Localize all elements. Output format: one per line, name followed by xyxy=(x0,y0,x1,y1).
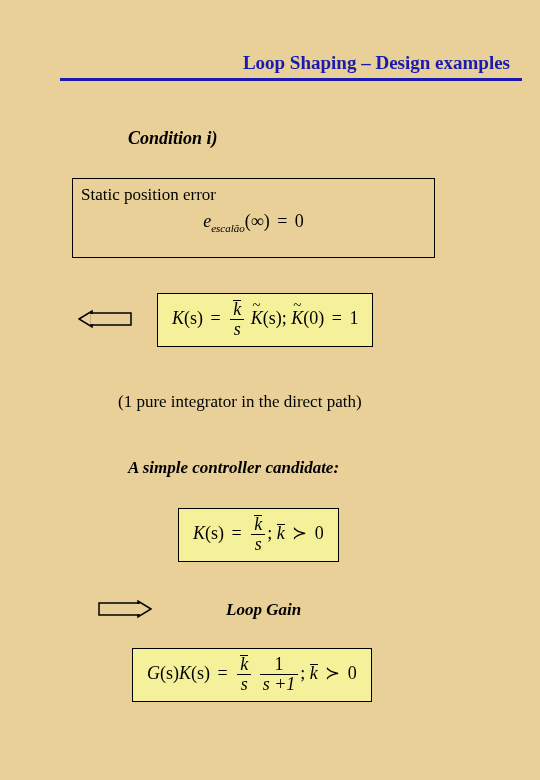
sym-e: e xyxy=(203,211,211,231)
candidate-heading: A simple controller candidate: xyxy=(128,458,339,478)
arg-s2: (s) xyxy=(263,308,282,328)
svg-rect-3 xyxy=(99,603,139,615)
ktilde1: K xyxy=(251,308,263,329)
svg-marker-1 xyxy=(79,311,92,327)
condition-heading: Condition i) xyxy=(128,128,218,149)
kbar-num3: k xyxy=(240,655,248,673)
arg-s1: (s) xyxy=(184,308,203,328)
integrator-note: (1 pure integrator in the direct path) xyxy=(118,392,362,412)
frac-kbar-s: k s xyxy=(230,300,244,340)
simple-controller-box: K(s) = k s ; k ≻ 0 xyxy=(178,508,339,562)
arrow-left-icon xyxy=(78,308,132,330)
sep1: ; xyxy=(282,308,287,328)
frac-1-sp1: 1 s +1 xyxy=(260,655,299,695)
rhs-1: 1 xyxy=(349,308,358,328)
page-title: Loop Shaping – Design examples xyxy=(60,52,510,74)
arg-s3: (s) xyxy=(205,523,224,543)
svg-rect-0 xyxy=(91,313,131,325)
eq3: = xyxy=(232,523,242,543)
kbar-num: k xyxy=(233,300,241,318)
arg-inf: (∞) xyxy=(245,211,270,231)
static-error-label: Static position error xyxy=(81,185,426,205)
sym-G: G xyxy=(147,663,160,683)
kbar-num2: k xyxy=(254,515,262,533)
sym-e-sub: escalão xyxy=(211,222,245,234)
slide-page: Loop Shaping – Design examples Condition… xyxy=(0,0,540,780)
title-underline xyxy=(60,78,522,81)
den-s: s xyxy=(230,320,244,340)
den-s2: s xyxy=(251,535,265,555)
sym-K2: K xyxy=(193,523,205,543)
frac-kbar-s2: k s xyxy=(251,515,265,555)
arg-0: (0) xyxy=(303,308,324,328)
sep2: ; xyxy=(267,523,272,543)
loop-gain-box: G(s)K(s) = k s 1 s +1 ; k ≻ 0 xyxy=(132,648,372,702)
eq-sign: = xyxy=(277,211,287,231)
sym-K: K xyxy=(172,308,184,328)
rhs-zero: 0 xyxy=(295,211,304,231)
eq1: = xyxy=(211,308,221,328)
eq2: = xyxy=(332,308,342,328)
succ2: ≻ xyxy=(325,663,340,683)
kbar3: k xyxy=(310,664,318,682)
arg-Ks: (s) xyxy=(191,663,210,683)
loopgain-heading: Loop Gain xyxy=(226,600,301,620)
ks-definition-box: K(s) = k s K(s); K(0) = 1 xyxy=(157,293,373,347)
eq4: = xyxy=(218,663,228,683)
sep3: ; xyxy=(300,663,305,683)
zero1: 0 xyxy=(315,523,324,543)
static-error-equation: eescalão(∞) = 0 xyxy=(81,211,426,234)
ktilde2: K xyxy=(291,308,303,329)
svg-rect-5 xyxy=(137,604,140,614)
den-sp1: s +1 xyxy=(260,675,299,695)
succ1: ≻ xyxy=(292,523,307,543)
sym-K3: K xyxy=(179,663,191,683)
den-s3: s xyxy=(237,675,251,695)
arrow-right-icon xyxy=(98,598,152,620)
static-error-box: Static position error eescalão(∞) = 0 xyxy=(72,178,435,258)
frac-kbar-s3: k s xyxy=(237,655,251,695)
arg-Gs: (s) xyxy=(160,663,179,683)
svg-rect-2 xyxy=(90,314,93,324)
zero2: 0 xyxy=(348,663,357,683)
kbar2: k xyxy=(277,524,285,542)
num-1: 1 xyxy=(260,655,299,675)
